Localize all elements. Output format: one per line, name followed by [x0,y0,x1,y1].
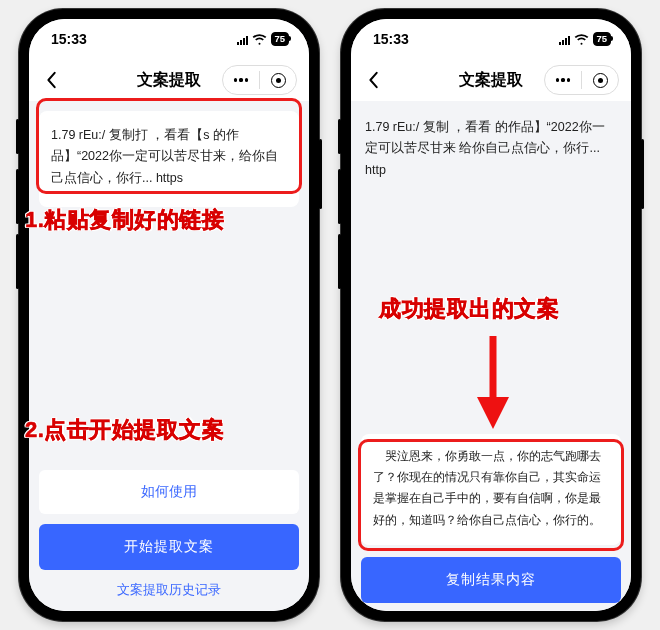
link-input[interactable]: 1.79 rEu:/ 复制 ，看看 的作品】“2022你一定可以苦尽甘来 给你自… [361,111,621,191]
miniapp-capsule [544,65,619,95]
app-header: 文案提取 [29,59,309,101]
start-extract-button[interactable]: 开始提取文案 [39,524,299,570]
history-link[interactable]: 文案提取历史记录 [39,570,299,603]
content-area: 1.79 rEu:/ 复制打 ，看看【s 的作品】“2022你一定可以苦尽甘来，… [29,101,309,611]
ellipsis-icon [556,78,571,81]
status-time: 15:33 [51,31,87,47]
miniapp-capsule [222,65,297,95]
content-area: 1.79 rEu:/ 复制 ，看看 的作品】“2022你一定可以苦尽甘来 给你自… [351,101,631,611]
battery-icon: 75 [593,32,611,46]
status-bar: 15:33 75 [351,19,631,59]
menu-button[interactable] [545,66,581,94]
app-header: 文案提取 [351,59,631,101]
how-to-use-button[interactable]: 如何使用 [39,470,299,514]
status-time: 15:33 [373,31,409,47]
battery-icon: 75 [271,32,289,46]
signal-icon [237,34,249,45]
close-button[interactable] [582,66,618,94]
ellipsis-icon [234,78,249,81]
signal-icon [559,34,571,45]
target-icon [271,73,286,88]
back-button[interactable] [41,69,63,91]
wifi-icon [574,34,589,45]
close-button[interactable] [260,66,296,94]
copy-result-button[interactable]: 复制结果内容 [361,557,621,603]
menu-button[interactable] [223,66,259,94]
back-button[interactable] [363,69,385,91]
phone-left: 15:33 75 文案提取 [19,9,319,621]
status-bar: 15:33 75 [29,19,309,59]
link-input[interactable]: 1.79 rEu:/ 复制打 ，看看【s 的作品】“2022你一定可以苦尽甘来，… [39,111,299,207]
target-icon [593,73,608,88]
wifi-icon [252,34,267,45]
extracted-text: 哭泣恩来，你勇敢一点，你的志气跑哪去了？你现在的情况只有靠你自己，其实命运是掌握… [361,434,621,545]
phone-right: 15:33 75 文案提取 [341,9,641,621]
